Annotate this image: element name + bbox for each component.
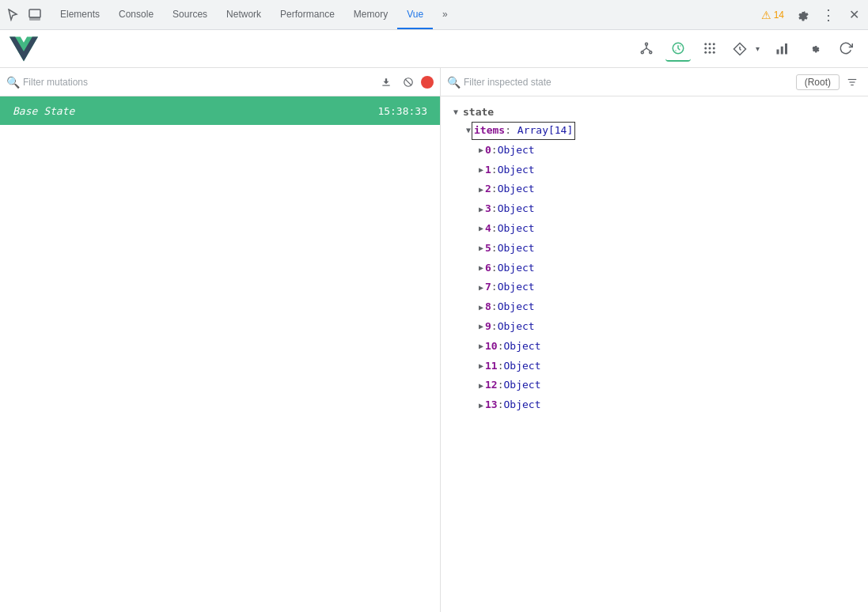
tab-console[interactable]: Console — [109, 0, 163, 29]
array-item-row[interactable]: ▶ 6: Object — [453, 259, 855, 278]
refresh-button[interactable] — [833, 36, 859, 62]
state-filter-input[interactable] — [464, 77, 793, 88]
mutations-filter-input[interactable] — [23, 77, 373, 88]
array-item-row[interactable]: ▶ 0: Object — [453, 141, 855, 161]
svg-rect-22 — [382, 85, 389, 85]
svg-point-2 — [646, 43, 648, 45]
item-expand-arrow[interactable]: ▶ — [479, 164, 483, 176]
array-item-row[interactable]: ▶ 7: Object — [453, 278, 855, 297]
state-expand-arrow[interactable]: ▼ — [453, 108, 458, 116]
array-item-row[interactable]: ▶ 12: Object — [453, 376, 855, 395]
performance-button[interactable] — [770, 36, 795, 62]
toolbar-icons: ▾ — [634, 36, 859, 62]
svg-point-11 — [713, 43, 715, 45]
item-expand-arrow[interactable]: ▶ — [479, 340, 483, 353]
array-item-row[interactable]: ▶ 3: Object — [453, 199, 855, 219]
svg-point-10 — [709, 43, 711, 45]
vue-settings-button[interactable] — [802, 36, 827, 62]
item-expand-arrow[interactable]: ▶ — [479, 320, 483, 333]
item-expand-arrow[interactable]: ▶ — [479, 203, 483, 216]
svg-rect-0 — [29, 9, 40, 17]
cursor-icon[interactable] — [3, 6, 22, 25]
svg-rect-20 — [781, 46, 783, 54]
item-expand-arrow[interactable]: ▶ — [479, 281, 483, 294]
array-item-row[interactable]: ▶ 9: Object — [453, 317, 855, 337]
array-item-row[interactable]: ▶ 1: Object — [453, 161, 855, 180]
state-search-icon: 🔍 — [447, 76, 461, 89]
item-expand-arrow[interactable]: ▶ — [479, 183, 483, 196]
dock-icon[interactable] — [25, 6, 44, 25]
item-expand-arrow[interactable]: ▶ — [479, 301, 483, 314]
vue-panel: ▾ — [0, 30, 868, 612]
tab-network[interactable]: Network — [217, 0, 271, 29]
item-expand-arrow[interactable]: ▶ — [479, 360, 483, 372]
left-panel: 🔍 Base State 15:38 — [0, 68, 441, 612]
array-item-row[interactable]: ▶ 10: Object — [453, 337, 855, 357]
tabs-list: Elements Console Sources Network Perform… — [51, 0, 756, 29]
svg-point-14 — [713, 47, 715, 49]
item-expand-arrow[interactable]: ▶ — [479, 222, 483, 235]
warning-badge[interactable]: ⚠ 14 — [756, 7, 789, 23]
tab-performance[interactable]: Performance — [271, 0, 344, 29]
state-section: ▼ state ▼ items: Array[14] ▶ 0: Object — [441, 103, 868, 418]
state-label: state — [463, 106, 494, 118]
mutation-item[interactable]: Base State 15:38:33 — [0, 96, 440, 125]
svg-point-17 — [713, 51, 715, 53]
search-icon: 🔍 — [6, 76, 20, 89]
svg-point-16 — [709, 51, 711, 53]
array-item-row[interactable]: ▶ 2: Object — [453, 179, 855, 199]
array-item-row[interactable]: ▶ 8: Object — [453, 297, 855, 317]
root-badge[interactable]: (Root) — [796, 74, 840, 90]
right-panel: 🔍 (Root) ▼ stat — [441, 68, 868, 612]
state-filter-bar: 🔍 (Root) — [441, 68, 868, 96]
tab-bar-right: ⚠ 14 ⋮ ✕ — [756, 4, 865, 26]
tab-vue[interactable]: Vue — [397, 0, 433, 29]
mutations-filter-bar: 🔍 — [0, 68, 440, 96]
vuex-button[interactable] — [697, 36, 722, 62]
array-item-row[interactable]: ▶ 13: Object — [453, 395, 855, 415]
state-tree: ▼ state ▼ items: Array[14] ▶ 0: Object — [441, 96, 868, 612]
array-item-row[interactable]: ▶ 4: Object — [453, 219, 855, 239]
tab-sources[interactable]: Sources — [163, 0, 217, 29]
item-expand-arrow[interactable]: ▶ — [479, 242, 483, 255]
svg-point-4 — [650, 51, 652, 53]
item-expand-arrow[interactable]: ▶ — [479, 399, 483, 412]
svg-rect-19 — [777, 49, 779, 54]
items-value: Array[14] — [517, 124, 573, 136]
item-expand-arrow[interactable]: ▶ — [479, 380, 483, 392]
settings-button[interactable] — [792, 4, 814, 26]
tab-elements[interactable]: Elements — [51, 0, 109, 29]
svg-point-13 — [709, 47, 711, 49]
filter-menu-button[interactable] — [843, 73, 862, 92]
warning-icon: ⚠ — [761, 9, 771, 21]
array-item-row[interactable]: ▶ 5: Object — [453, 239, 855, 259]
svg-point-12 — [704, 47, 707, 49]
timeline-button[interactable] — [665, 36, 691, 62]
router-dropdown-icon[interactable]: ▾ — [751, 36, 764, 62]
record-button[interactable] — [421, 76, 434, 89]
svg-point-3 — [641, 51, 643, 53]
state-section-header: ▼ state — [453, 106, 855, 118]
svg-point-15 — [704, 51, 707, 53]
items-row[interactable]: ▼ items: Array[14] — [453, 121, 855, 141]
array-item-row[interactable]: ▶ 11: Object — [453, 357, 855, 376]
devtools-tab-bar: Elements Console Sources Network Perform… — [0, 0, 868, 30]
vue-toolbar: ▾ — [0, 30, 868, 68]
svg-line-7 — [646, 48, 650, 51]
close-button[interactable]: ✕ — [843, 4, 865, 26]
items-key: items — [474, 124, 505, 136]
item-expand-arrow[interactable]: ▶ — [479, 262, 483, 274]
items-expand-arrow[interactable]: ▼ — [466, 124, 471, 137]
clear-button[interactable] — [399, 73, 418, 92]
more-options-button[interactable]: ⋮ — [817, 4, 840, 26]
tab-memory[interactable]: Memory — [344, 0, 397, 29]
array-items-container: ▶ 0: Object ▶ 1: Object ▶ 2: Object ▶ 3:… — [453, 141, 855, 415]
main-content: 🔍 Base State 15:38 — [0, 68, 868, 612]
svg-rect-21 — [785, 43, 787, 55]
item-expand-arrow[interactable]: ▶ — [479, 144, 483, 157]
component-inspector-button[interactable] — [634, 36, 659, 62]
download-button[interactable] — [377, 73, 396, 92]
router-button[interactable]: ▾ — [729, 36, 764, 62]
svg-line-6 — [642, 48, 646, 51]
tab-more[interactable]: » — [433, 0, 457, 29]
